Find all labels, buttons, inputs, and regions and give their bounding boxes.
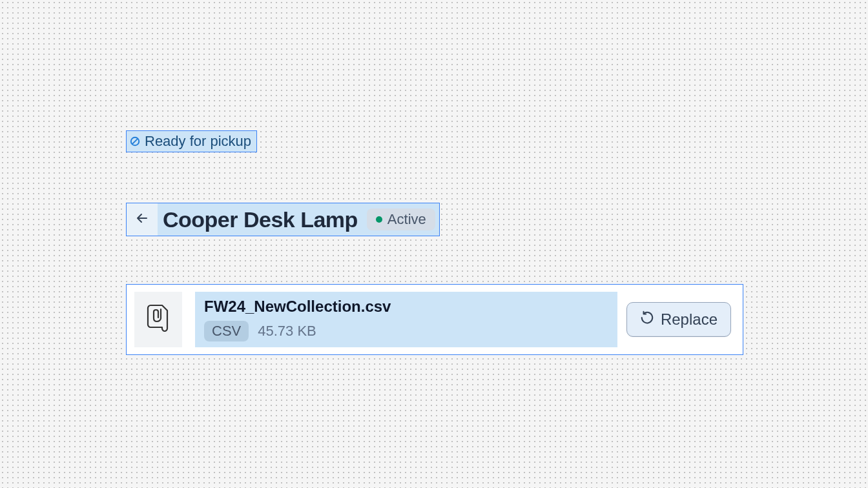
refresh-icon bbox=[640, 310, 654, 329]
status-badge: Ready for pickup bbox=[126, 130, 257, 152]
prohibit-icon bbox=[129, 136, 141, 147]
file-attachment-icon bbox=[145, 303, 171, 336]
replace-button-label: Replace bbox=[661, 310, 718, 329]
status-dot-icon bbox=[376, 216, 382, 223]
status-active-badge: Active bbox=[367, 208, 435, 230]
file-type-badge: CSV bbox=[204, 321, 249, 341]
status-badge-label: Ready for pickup bbox=[145, 133, 251, 150]
file-size: 45.73 KB bbox=[258, 323, 316, 340]
file-name: FW24_NewCollection.csv bbox=[204, 298, 608, 316]
svg-line-1 bbox=[132, 139, 138, 145]
file-attachment-card: FW24_NewCollection.csv CSV 45.73 KB Repl… bbox=[126, 284, 743, 355]
page-title: Cooper Desk Lamp bbox=[163, 207, 358, 232]
replace-button[interactable]: Replace bbox=[626, 302, 731, 337]
file-meta: CSV 45.73 KB bbox=[204, 321, 608, 341]
file-info: FW24_NewCollection.csv CSV 45.73 KB bbox=[195, 292, 617, 347]
arrow-left-icon bbox=[134, 210, 150, 229]
title-bar: Cooper Desk Lamp Active bbox=[126, 203, 440, 236]
file-thumbnail bbox=[134, 292, 182, 347]
back-button[interactable] bbox=[127, 203, 158, 236]
status-active-label: Active bbox=[388, 211, 426, 228]
